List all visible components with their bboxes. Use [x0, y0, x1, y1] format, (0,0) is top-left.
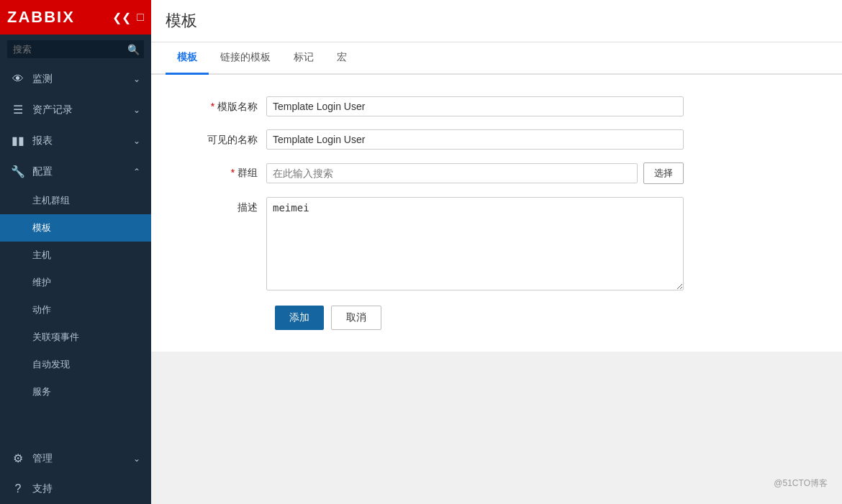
sidebar-sub-label: 主机群组	[32, 194, 70, 207]
group-select-button[interactable]: 选择	[643, 162, 684, 184]
chevron-up-icon: ⌃	[133, 167, 140, 177]
tab-linked-templates[interactable]: 链接的模板	[209, 42, 282, 75]
page-title: 模板	[166, 10, 828, 32]
sidebar-item-config[interactable]: 🔧 配置 ⌃	[0, 156, 151, 187]
sidebar-item-hosts[interactable]: 主机	[0, 242, 151, 269]
visible-name-control	[266, 129, 684, 150]
sidebar-header: ZABBIX ❮❮ □	[0, 0, 151, 35]
monitoring-icon: 👁	[11, 73, 25, 86]
asset-icon: ☰	[11, 103, 25, 116]
page-header: 模板	[151, 0, 842, 42]
tab-macros[interactable]: 宏	[325, 42, 358, 75]
sidebar-item-actions[interactable]: 动作	[0, 296, 151, 324]
sidebar-sub-label: 关联项事件	[32, 331, 79, 344]
group-input-row: 选择	[266, 162, 684, 184]
footer-area: @51CTO博客	[151, 352, 842, 504]
sidebar-item-maintenance[interactable]: 维护	[0, 269, 151, 296]
group-required-star: *	[231, 167, 237, 178]
visible-name-input[interactable]	[266, 129, 684, 150]
sidebar-sub-label: 服务	[32, 385, 51, 398]
zabbix-logo: ZABBIX	[7, 8, 75, 27]
sidebar-item-monitoring[interactable]: 👁 监测 ⌄	[0, 64, 151, 94]
support-icon: ?	[11, 482, 25, 495]
collapse-icon[interactable]: ❮❮	[112, 11, 131, 24]
visible-name-row: 可见的名称	[180, 129, 813, 150]
sidebar-item-templates[interactable]: 模板	[0, 214, 151, 242]
sidebar: ZABBIX ❮❮ □ 🔍 👁 监测 ⌄ ☰ 资产记录 ⌄ ▮▮ 报表 ⌄ 🔧 …	[0, 0, 151, 504]
template-name-input[interactable]	[266, 96, 684, 116]
management-icon: ⚙	[11, 452, 25, 465]
form-actions: 添加 取消	[180, 306, 813, 330]
visible-name-label: 可见的名称	[180, 129, 266, 147]
sidebar-item-discovery[interactable]: 自动发现	[0, 351, 151, 378]
chevron-down-icon: ⌄	[133, 136, 140, 146]
sidebar-search-container: 🔍	[0, 35, 151, 64]
sidebar-item-label: 管理	[32, 452, 53, 465]
sidebar-sub-label: 主机	[32, 249, 51, 262]
description-textarea[interactable]: meimei	[266, 197, 684, 290]
sidebar-sub-label: 模板	[32, 221, 51, 234]
description-control: meimei	[266, 197, 684, 293]
sidebar-header-icons: ❮❮ □	[112, 11, 144, 24]
sidebar-item-event-correlation[interactable]: 关联项事件	[0, 324, 151, 351]
sidebar-sub-label: 维护	[32, 276, 51, 289]
tab-tags[interactable]: 标记	[282, 42, 325, 75]
group-label: * 群组	[180, 162, 266, 180]
expand-icon[interactable]: □	[137, 11, 144, 24]
report-icon: ▮▮	[11, 134, 25, 147]
search-input[interactable]	[7, 40, 144, 58]
sidebar-item-label: 资产记录	[32, 104, 73, 116]
sidebar-item-host-groups[interactable]: 主机群组	[0, 187, 151, 214]
sidebar-item-asset[interactable]: ☰ 资产记录 ⌄	[0, 94, 151, 125]
form-area: * 模版名称 可见的名称 * 群组 选择	[151, 75, 842, 352]
template-name-control	[266, 96, 684, 116]
sidebar-sub-label: 动作	[32, 303, 51, 316]
chevron-down-icon: ⌄	[133, 454, 140, 464]
add-button[interactable]: 添加	[275, 306, 324, 330]
chevron-down-icon: ⌄	[133, 74, 140, 84]
sidebar-item-label: 支持	[32, 482, 53, 495]
group-control: 选择	[266, 162, 684, 184]
sidebar-item-services[interactable]: 服务	[0, 378, 151, 406]
sidebar-item-label: 报表	[32, 134, 53, 147]
group-row: * 群组 选择	[180, 162, 813, 184]
description-row: 描述 meimei	[180, 197, 813, 293]
tabs-container: 模板 链接的模板 标记 宏	[151, 42, 842, 75]
sidebar-item-label: 配置	[32, 165, 53, 178]
config-icon: 🔧	[11, 165, 25, 178]
required-star: *	[211, 101, 217, 112]
template-name-label: * 模版名称	[180, 96, 266, 114]
sidebar-sub-label: 自动发现	[32, 358, 70, 371]
group-search-input[interactable]	[266, 163, 638, 183]
sidebar-item-report[interactable]: ▮▮ 报表 ⌄	[0, 125, 151, 156]
sidebar-item-support[interactable]: ? 支持	[0, 474, 151, 504]
cancel-button[interactable]: 取消	[331, 306, 381, 330]
search-icon: 🔍	[127, 44, 140, 55]
template-name-row: * 模版名称	[180, 96, 813, 116]
sidebar-item-label: 监测	[32, 73, 53, 86]
main-content: 模板 模板 链接的模板 标记 宏 * 模版名称 可见的名称 * 群	[151, 0, 842, 504]
tab-template[interactable]: 模板	[166, 42, 209, 75]
description-label: 描述	[180, 197, 266, 214]
watermark: @51CTO博客	[774, 477, 828, 490]
chevron-down-icon: ⌄	[133, 105, 140, 115]
sidebar-item-management[interactable]: ⚙ 管理 ⌄	[0, 443, 151, 474]
